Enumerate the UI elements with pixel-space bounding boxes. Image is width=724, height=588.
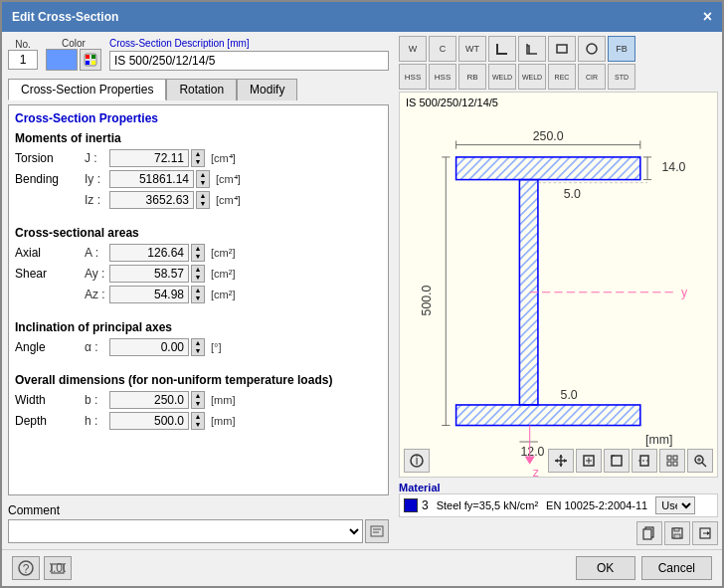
torsion-spinner[interactable]: ▲ ▼ bbox=[191, 149, 205, 167]
svg-rect-8 bbox=[557, 45, 567, 53]
torsion-down[interactable]: ▼ bbox=[192, 158, 204, 166]
iz-up[interactable]: ▲ bbox=[197, 192, 209, 200]
shear-ay-row: Shear Ay : ▲ ▼ [cm²] bbox=[15, 265, 382, 283]
tb-hss1-button[interactable]: HSS bbox=[399, 64, 427, 90]
angle-down[interactable]: ▼ bbox=[192, 347, 204, 355]
ay-spinner[interactable]: ▲ ▼ bbox=[191, 265, 205, 283]
svg-marker-42 bbox=[564, 459, 567, 463]
iy-input[interactable] bbox=[109, 170, 194, 188]
tb-wt-button[interactable]: WT bbox=[458, 36, 486, 62]
depth-up[interactable]: ▲ bbox=[192, 413, 204, 421]
az-down[interactable]: ▼ bbox=[192, 294, 204, 302]
incl-label: Inclination of principal axes bbox=[15, 320, 382, 334]
axial-input[interactable] bbox=[109, 244, 189, 262]
svg-rect-5 bbox=[371, 526, 383, 536]
view-btn-3[interactable] bbox=[604, 449, 630, 473]
tab-modify[interactable]: Modify bbox=[237, 79, 297, 100]
svg-rect-52 bbox=[673, 456, 677, 460]
comment-dropdown[interactable] bbox=[8, 519, 363, 543]
az-up[interactable]: ▲ bbox=[192, 287, 204, 294]
comment-area: Comment bbox=[8, 503, 389, 543]
iy-up[interactable]: ▲ bbox=[197, 171, 209, 179]
ay-down[interactable]: ▼ bbox=[192, 274, 204, 282]
width-spinner[interactable]: ▲ ▼ bbox=[191, 391, 205, 409]
view-btn-1[interactable] bbox=[548, 449, 574, 473]
tb-rec-button[interactable] bbox=[548, 36, 576, 62]
ok-button[interactable]: OK bbox=[576, 556, 635, 580]
comment-edit-button[interactable] bbox=[365, 519, 389, 543]
bottom-bar: ? 0.00 OK Cancel bbox=[2, 549, 722, 586]
tb-fb-button[interactable]: FB bbox=[608, 36, 635, 62]
iy-down[interactable]: ▼ bbox=[197, 179, 209, 187]
axial-spinner[interactable]: ▲ ▼ bbox=[191, 244, 205, 262]
bottom-left-buttons: ? 0.00 bbox=[12, 556, 72, 580]
comment-row bbox=[8, 519, 389, 543]
tb-ll-button[interactable] bbox=[518, 36, 546, 62]
help-button[interactable]: ? bbox=[12, 556, 40, 580]
width-input[interactable] bbox=[109, 391, 189, 409]
angle-up[interactable]: ▲ bbox=[192, 339, 204, 347]
angle-spinner[interactable]: ▲ ▼ bbox=[191, 338, 205, 356]
material-number: 3 bbox=[422, 498, 429, 512]
axial-down[interactable]: ▼ bbox=[192, 253, 204, 261]
material-standard: EN 10025-2:2004-11 bbox=[546, 499, 647, 511]
tb-l-button[interactable] bbox=[488, 36, 516, 62]
ay-sublabel: Ay : bbox=[85, 267, 109, 281]
torsion-input[interactable] bbox=[109, 149, 189, 167]
depth-input[interactable] bbox=[109, 412, 189, 430]
iz-down[interactable]: ▼ bbox=[197, 200, 209, 208]
tb-cir-button[interactable] bbox=[578, 36, 606, 62]
iz-input[interactable] bbox=[109, 191, 194, 209]
comment-label: Comment bbox=[8, 503, 389, 517]
close-button[interactable]: × bbox=[703, 8, 712, 26]
tb-c-button[interactable]: C bbox=[429, 36, 456, 62]
tb-w-button[interactable]: W bbox=[399, 36, 427, 62]
angle-input[interactable] bbox=[109, 338, 189, 356]
ay-input[interactable] bbox=[109, 265, 189, 283]
tb-cir2-button[interactable]: CIR bbox=[578, 64, 606, 90]
tab-rotation[interactable]: Rotation bbox=[166, 79, 237, 100]
reset-button[interactable]: 0.00 bbox=[44, 556, 72, 580]
export-icon bbox=[698, 526, 712, 540]
right-icon-btn-2[interactable] bbox=[664, 521, 690, 545]
tb-weld1-button[interactable]: WELD bbox=[488, 64, 516, 90]
right-icon-btn-1[interactable] bbox=[636, 521, 662, 545]
tb-hss2-button[interactable]: HSS bbox=[429, 64, 456, 90]
tb-weld2-button[interactable]: WELD bbox=[518, 64, 546, 90]
depth-spinner[interactable]: ▲ ▼ bbox=[191, 412, 205, 430]
width-up[interactable]: ▲ bbox=[192, 392, 204, 400]
tb-rec2-button[interactable]: REC bbox=[548, 64, 576, 90]
tb-std-button[interactable]: STD bbox=[608, 64, 635, 90]
az-spinner[interactable]: ▲ ▼ bbox=[191, 286, 205, 303]
torsion-unit: [cm⁴] bbox=[211, 152, 236, 165]
info-button[interactable]: i bbox=[404, 449, 430, 473]
right-icon-btn-3[interactable] bbox=[692, 521, 718, 545]
ay-up[interactable]: ▲ bbox=[192, 266, 204, 274]
desc-input[interactable] bbox=[109, 51, 389, 71]
torsion-up[interactable]: ▲ bbox=[192, 150, 204, 158]
torsion-label: Torsion bbox=[15, 151, 85, 165]
view-btn-6[interactable] bbox=[687, 449, 713, 473]
tab-cross-section-properties[interactable]: Cross-Section Properties bbox=[8, 79, 166, 100]
no-value: 1 bbox=[8, 50, 38, 70]
drawing-bottom-toolbar: i bbox=[404, 449, 430, 473]
help-icon: ? bbox=[18, 560, 34, 576]
iy-spinner[interactable]: ▲ ▼ bbox=[196, 170, 210, 188]
svg-line-56 bbox=[702, 463, 706, 467]
cancel-button[interactable]: Cancel bbox=[641, 556, 712, 580]
iz-spinner[interactable]: ▲ ▼ bbox=[196, 191, 210, 209]
material-use-dropdown[interactable]: Use bbox=[655, 496, 695, 514]
axial-up[interactable]: ▲ bbox=[192, 245, 204, 253]
svg-marker-39 bbox=[559, 455, 563, 458]
view-btn-5[interactable] bbox=[659, 449, 685, 473]
tb-rb-button[interactable]: RB bbox=[458, 64, 486, 90]
color-swatch bbox=[46, 49, 78, 71]
view-btn-2[interactable] bbox=[576, 449, 602, 473]
view-btn-4[interactable] bbox=[632, 449, 657, 473]
toolbar-row-2: HSS HSS RB WELD WELD REC CIR STD bbox=[399, 64, 718, 90]
depth-down[interactable]: ▼ bbox=[192, 421, 204, 429]
az-input[interactable] bbox=[109, 286, 189, 303]
color-picker-button[interactable] bbox=[80, 49, 101, 71]
bottom-right-buttons: OK Cancel bbox=[576, 556, 712, 580]
width-down[interactable]: ▼ bbox=[192, 400, 204, 408]
